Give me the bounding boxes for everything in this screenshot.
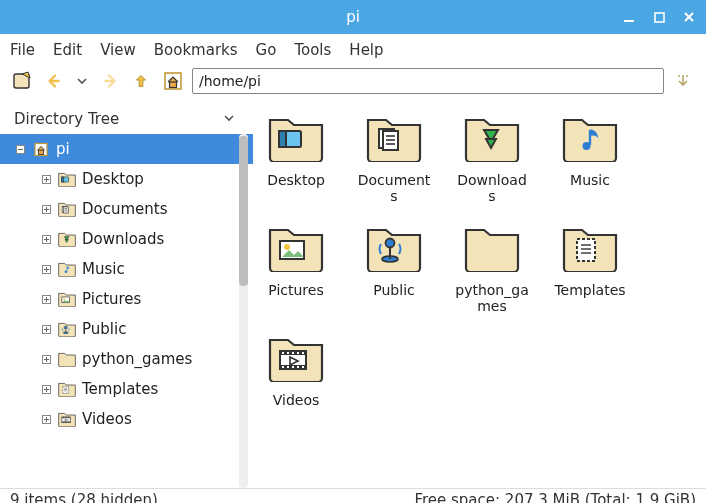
folder-item[interactable]: Desktop [259, 116, 333, 204]
folder-label: Templates [554, 282, 625, 298]
folder-item[interactable]: Public [357, 226, 431, 314]
up-button[interactable] [128, 68, 154, 94]
menu-edit[interactable]: Edit [53, 41, 82, 59]
expand-icon[interactable] [40, 413, 52, 425]
tree-item[interactable]: Music [0, 254, 253, 284]
expand-icon[interactable] [40, 233, 52, 245]
sidebar: Directory Tree pi DesktopDocumentsDownlo… [0, 104, 253, 488]
menu-help[interactable]: Help [349, 41, 383, 59]
path-action-button[interactable] [670, 68, 696, 94]
tree-root-label: pi [56, 140, 70, 158]
menubar: File Edit View Bookmarks Go Tools Help [0, 34, 706, 66]
tree-item-label: Pictures [82, 290, 141, 308]
scrollbar-thumb[interactable] [239, 136, 248, 286]
directory-tree: pi DesktopDocumentsDownloadsMusicPicture… [0, 134, 253, 488]
tree-item[interactable]: Videos [0, 404, 253, 434]
path-value: /home/pi [199, 73, 261, 89]
expand-icon[interactable] [40, 383, 52, 395]
svg-rect-34 [655, 13, 664, 22]
tree-item[interactable]: Pictures [0, 284, 253, 314]
menu-bookmarks[interactable]: Bookmarks [154, 41, 238, 59]
status-right: Free space: 207.3 MiB (Total: 1.9 GiB) [414, 491, 696, 504]
toolbar: /home/pi [0, 66, 706, 104]
close-button[interactable] [678, 6, 700, 28]
expand-icon[interactable] [40, 203, 52, 215]
folder-label: Pictures [268, 282, 323, 298]
folder-item[interactable]: python_games [455, 226, 529, 314]
folder-icon [58, 382, 76, 397]
tree-item-label: Documents [82, 200, 168, 218]
folder-item[interactable]: Templates [553, 226, 627, 314]
window-title: pi [346, 8, 360, 26]
folder-label: Public [373, 282, 414, 298]
tree-item[interactable]: python_games [0, 344, 253, 374]
folder-icon [268, 336, 324, 386]
folder-icon [58, 292, 76, 307]
path-input[interactable]: /home/pi [192, 68, 664, 94]
history-dropdown[interactable] [74, 68, 90, 94]
folder-icon [58, 352, 76, 367]
folder-icon [58, 172, 76, 187]
tree-item-label: Desktop [82, 170, 144, 188]
tree-item-label: Templates [82, 380, 158, 398]
folder-icon [366, 226, 422, 276]
folder-icon [562, 226, 618, 276]
chevron-down-icon [223, 111, 235, 127]
svg-point-36 [686, 75, 688, 77]
folder-item[interactable]: Documents [357, 116, 431, 204]
folder-icon [268, 116, 324, 166]
folder-item[interactable]: Pictures [259, 226, 333, 314]
tree-item[interactable]: Documents [0, 194, 253, 224]
folder-icon [58, 232, 76, 247]
tree-root[interactable]: pi [0, 134, 253, 164]
tree-item-label: Music [82, 260, 125, 278]
folder-label: python_games [455, 282, 529, 314]
folder-item[interactable]: Music [553, 116, 627, 204]
home-folder-icon [32, 142, 50, 157]
folder-icon [464, 116, 520, 166]
menu-view[interactable]: View [100, 41, 136, 59]
tree-item[interactable]: Downloads [0, 224, 253, 254]
expand-icon[interactable] [40, 353, 52, 365]
minimize-button[interactable] [618, 6, 640, 28]
folder-icon [562, 116, 618, 166]
folder-icon [58, 322, 76, 337]
sidebar-title: Directory Tree [14, 110, 119, 128]
folder-icon [58, 202, 76, 217]
splitter[interactable] [249, 104, 253, 488]
expand-icon[interactable] [40, 173, 52, 185]
expand-icon[interactable] [40, 263, 52, 275]
maximize-button[interactable] [648, 6, 670, 28]
folder-icon [464, 226, 520, 276]
menu-tools[interactable]: Tools [294, 41, 331, 59]
forward-button[interactable] [96, 68, 122, 94]
home-button[interactable] [160, 68, 186, 94]
folder-icon [268, 226, 324, 276]
tree-item[interactable]: Public [0, 314, 253, 344]
tree-item[interactable]: Templates [0, 374, 253, 404]
folder-icon [58, 412, 76, 427]
collapse-icon[interactable] [14, 143, 26, 155]
svg-point-35 [678, 75, 680, 77]
folder-label: Desktop [267, 172, 325, 188]
tree-item-label: python_games [82, 350, 192, 368]
folder-label: Music [570, 172, 610, 188]
expand-icon[interactable] [40, 293, 52, 305]
tree-item[interactable]: Desktop [0, 164, 253, 194]
folder-item[interactable]: Videos [259, 336, 333, 408]
menu-go[interactable]: Go [256, 41, 277, 59]
new-tab-button[interactable] [10, 68, 36, 94]
status-left: 9 items (28 hidden) [10, 491, 158, 504]
expand-icon[interactable] [40, 323, 52, 335]
titlebar: pi [0, 0, 706, 34]
folder-label: Documents [357, 172, 431, 204]
folder-label: Downloads [455, 172, 529, 204]
status-bar: 9 items (28 hidden) Free space: 207.3 Mi… [0, 488, 706, 503]
sidebar-header[interactable]: Directory Tree [0, 104, 253, 134]
back-button[interactable] [42, 68, 68, 94]
scrollbar[interactable] [239, 134, 248, 488]
tree-item-label: Videos [82, 410, 132, 428]
menu-file[interactable]: File [10, 41, 35, 59]
folder-item[interactable]: Downloads [455, 116, 529, 204]
tree-item-label: Downloads [82, 230, 164, 248]
